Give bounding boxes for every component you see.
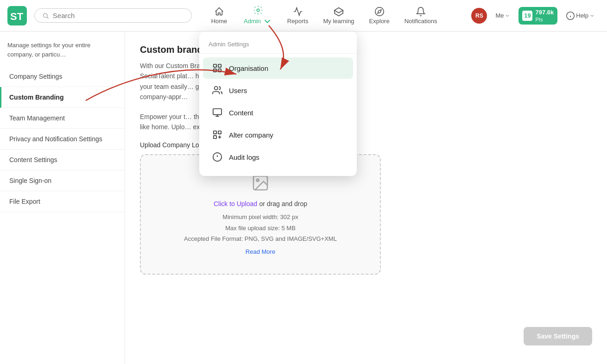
help-button[interactable]: Help [561, 8, 600, 23]
logo: ST [7, 6, 27, 25]
main-nav: Home Admin Reports My learning [203, 2, 471, 29]
svg-marker-6 [378, 10, 381, 13]
dropdown-label-content: Content [229, 109, 253, 117]
nav-item-home[interactable]: Home [203, 4, 235, 27]
nav-label-explore: Explore [369, 18, 390, 25]
audit-logs-icon [212, 152, 222, 162]
home-icon [214, 6, 224, 17]
dropdown-label-organisation: Organisation [229, 64, 268, 72]
upload-click-text[interactable]: Click to Upload [214, 200, 257, 207]
explore-icon [374, 6, 385, 17]
dropdown-header: Admin Settings [199, 39, 357, 54]
sidebar-item-privacy-notification[interactable]: Privacy and Notification Settings [0, 129, 125, 150]
nav-item-explore[interactable]: Explore [363, 4, 396, 27]
nav-item-admin[interactable]: Admin [237, 2, 279, 29]
avatar: RS [471, 8, 487, 24]
dropdown-item-users[interactable]: Users [203, 80, 353, 101]
sidebar-item-company-settings[interactable]: Company Settings [0, 66, 125, 87]
main-content: Custom branding With our Custom Branding… [125, 31, 607, 364]
bell-icon [416, 6, 426, 17]
sidebar-item-custom-branding[interactable]: Custom Branding [0, 87, 125, 108]
nav-item-reports[interactable]: Reports [281, 4, 315, 27]
nav-item-notifications[interactable]: Notifications [398, 4, 444, 27]
nav-label-home: Home [211, 18, 228, 25]
info-icon [566, 11, 575, 20]
points-badge: 19 797.6k Pts [518, 7, 557, 25]
svg-rect-17 [213, 109, 221, 115]
nav-label-mylearning: My learning [323, 18, 354, 25]
reports-icon [293, 6, 303, 17]
alter-company-icon [212, 130, 222, 140]
chevron-down-icon-me [505, 13, 510, 19]
chevron-down-icon-help [589, 13, 595, 19]
sidebar: Manage settings for your entire company,… [0, 31, 125, 364]
svg-rect-20 [214, 131, 216, 134]
save-settings-button[interactable]: Save Settings [524, 327, 592, 345]
header-right: RS Me 19 797.6k Pts Help [471, 7, 600, 25]
search-input[interactable] [53, 12, 184, 19]
svg-rect-12 [214, 64, 216, 67]
svg-point-5 [375, 7, 383, 16]
svg-point-11 [257, 179, 259, 182]
svg-point-2 [43, 13, 47, 18]
search-icon [42, 12, 49, 19]
image-upload-icon [251, 174, 270, 192]
dropdown-item-alter-company[interactable]: Alter company [203, 124, 353, 145]
dropdown-label-alter-company: Alter company [229, 131, 273, 139]
upload-read-more[interactable]: Read More [246, 248, 275, 255]
upload-meta: Minimum pixel width: 302 px Max file upl… [184, 212, 337, 244]
dropdown-item-organisation[interactable]: Organisation [203, 57, 353, 79]
sidebar-item-single-sign-on[interactable]: Single Sign-on [0, 170, 125, 191]
dropdown-label-users: Users [229, 87, 247, 94]
nav-label-notifications: Notifications [405, 18, 437, 25]
admin-dropdown: Admin Settings Organisation Users Conten… [199, 31, 357, 176]
svg-point-4 [257, 9, 259, 12]
chevron-down-icon [262, 16, 272, 26]
nav-label-admin: Admin [244, 18, 261, 25]
search-bar[interactable] [34, 8, 192, 23]
sidebar-description: Manage settings for your entire company,… [0, 41, 125, 66]
nav-item-mylearning[interactable]: My learning [316, 4, 360, 27]
upload-or-text: or drag and drop [259, 200, 308, 207]
svg-rect-22 [214, 136, 216, 138]
me-button[interactable]: Me [491, 9, 515, 22]
sidebar-item-team-management[interactable]: Team Management [0, 108, 125, 129]
organisation-icon [212, 63, 222, 73]
points-value: 797.6k Pts [535, 9, 554, 23]
mylearning-icon [334, 6, 344, 17]
svg-line-3 [47, 17, 48, 18]
content-icon [212, 107, 222, 118]
nav-label-reports: Reports [287, 18, 309, 25]
svg-text:ST: ST [10, 11, 24, 22]
dropdown-item-audit-logs[interactable]: Audit logs [203, 146, 353, 168]
svg-point-16 [215, 87, 218, 90]
dropdown-label-audit-logs: Audit logs [229, 153, 259, 161]
sidebar-item-file-export[interactable]: File Export [0, 191, 125, 212]
admin-icon [253, 5, 263, 15]
svg-rect-21 [218, 131, 221, 134]
users-icon [212, 85, 222, 95]
points-count: 19 [522, 11, 532, 21]
svg-rect-14 [214, 69, 216, 72]
header: ST Home Admin [0, 0, 607, 31]
svg-rect-15 [218, 69, 221, 72]
dropdown-item-content[interactable]: Content [203, 102, 353, 123]
svg-rect-13 [218, 64, 221, 67]
sidebar-item-content-settings[interactable]: Content Settings [0, 150, 125, 170]
